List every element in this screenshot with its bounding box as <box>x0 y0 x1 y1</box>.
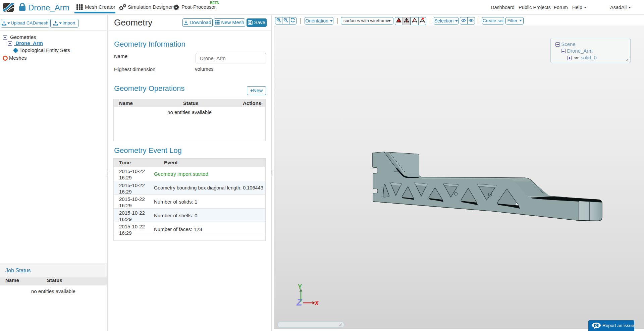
svg-text:Y: Y <box>298 283 302 290</box>
svg-text:Z: Z <box>296 297 303 308</box>
svg-text:X: X <box>314 300 319 307</box>
